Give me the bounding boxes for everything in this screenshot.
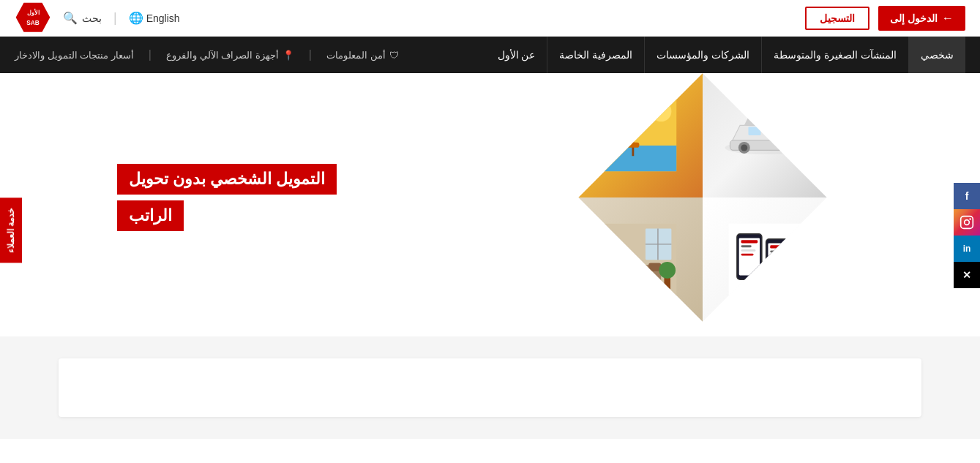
login-arrow-icon: ← xyxy=(942,12,954,25)
svg-rect-27 xyxy=(770,255,782,257)
nav-item-private[interactable]: المصرفية الخاصة xyxy=(547,37,644,73)
facebook-icon: f xyxy=(965,190,969,202)
svg-rect-34 xyxy=(648,263,661,271)
top-bar-utilities: English 🌐 | بحث 🔍 الأول SAB xyxy=(15,0,180,37)
svg-rect-25 xyxy=(770,245,785,248)
svg-marker-0 xyxy=(16,2,51,31)
collage-car xyxy=(703,73,827,197)
collage-room xyxy=(578,197,703,322)
svg-rect-18 xyxy=(738,238,759,275)
nav-secondary: 🛡 أمن المعلومات | 📍 أجهزة الصراف الآلي و… xyxy=(15,48,399,61)
hero-section: التمويل الشخصي بدون تحويل الراتب xyxy=(0,73,980,322)
search-icon: 🔍 xyxy=(63,11,78,25)
svg-rect-37 xyxy=(961,217,973,229)
svg-rect-24 xyxy=(768,243,787,276)
language-label: English xyxy=(146,12,180,24)
separator: | xyxy=(113,10,117,26)
side-customer-service-button[interactable]: خدمة العملاء xyxy=(0,197,22,263)
login-button[interactable]: ← الدخول إلى xyxy=(878,6,965,31)
nav-divider-1: | xyxy=(309,48,312,61)
hero-image xyxy=(512,95,893,300)
svg-point-8 xyxy=(782,144,789,151)
svg-rect-33 xyxy=(609,263,621,271)
login-label: الدخول إلى xyxy=(890,12,938,24)
hero-title-line2: الراتب xyxy=(117,200,184,231)
nav-info-security[interactable]: 🛡 أمن المعلومات xyxy=(326,50,399,61)
svg-rect-10 xyxy=(768,127,781,135)
shield-icon: 🛡 xyxy=(389,50,399,61)
diamond-collage xyxy=(512,95,893,300)
nav-rates[interactable]: أسعار منتجات التمويل والادخار xyxy=(15,50,134,61)
car-svg xyxy=(723,112,807,159)
nav-item-corporate[interactable]: الشركات والمؤسسات xyxy=(644,37,761,73)
svg-point-13 xyxy=(651,101,671,121)
svg-rect-22 xyxy=(741,254,753,256)
nav-item-sme[interactable]: المنشآت الصغيرة والمتوسطة xyxy=(761,37,908,73)
twitter-x-icon: ✕ xyxy=(962,269,971,281)
instagram-icon xyxy=(960,215,974,230)
svg-rect-9 xyxy=(748,127,760,135)
svg-point-39 xyxy=(969,218,971,220)
social-bar: f in ✕ xyxy=(954,183,980,288)
search-button[interactable]: بحث 🔍 xyxy=(63,11,102,25)
svg-rect-21 xyxy=(741,249,755,252)
svg-rect-26 xyxy=(770,250,779,252)
top-bar: ← الدخول إلى التسجيل English 🌐 | بحث 🔍 ا… xyxy=(0,0,980,37)
top-bar-actions: ← الدخول إلى التسجيل xyxy=(805,6,965,31)
nav-item-about[interactable]: عن الأول xyxy=(486,37,547,73)
collage-phone xyxy=(703,197,827,322)
bottom-section xyxy=(0,336,980,439)
linkedin-button[interactable]: in xyxy=(954,236,980,262)
hero-text: التمويل الشخصي بدون تحويل الراتب xyxy=(117,164,337,231)
nav-atm[interactable]: 📍 أجهزة الصراف الآلي والفروع xyxy=(166,50,294,61)
main-nav: شخصي المنشآت الصغيرة والمتوسطة الشركات و… xyxy=(0,37,980,73)
bottom-card xyxy=(59,358,921,417)
svg-rect-19 xyxy=(741,240,758,243)
facebook-button[interactable]: f xyxy=(954,183,980,209)
nav-primary: شخصي المنشآت الصغيرة والمتوسطة الشركات و… xyxy=(486,37,965,73)
svg-point-38 xyxy=(965,220,970,225)
language-selector[interactable]: English 🌐 xyxy=(129,11,180,25)
hero-content: التمويل الشخصي بدون تحويل الراتب xyxy=(88,95,893,300)
svg-rect-20 xyxy=(741,245,751,247)
svg-rect-12 xyxy=(604,146,676,172)
logo[interactable]: الأول SAB xyxy=(15,0,51,37)
globe-icon: 🌐 xyxy=(129,11,143,25)
collage-beach xyxy=(578,73,703,197)
nav-item-personal[interactable]: شخصي xyxy=(908,37,965,73)
logo-svg: الأول SAB xyxy=(15,0,51,37)
svg-rect-15 xyxy=(616,143,639,148)
nav-divider-2: | xyxy=(149,48,152,61)
twitter-x-button[interactable]: ✕ xyxy=(954,262,980,288)
phone-svg xyxy=(728,224,801,296)
hero-title-line1: التمويل الشخصي بدون تحويل xyxy=(117,164,337,195)
side-button-label: خدمة العملاء xyxy=(6,208,16,252)
location-icon: 📍 xyxy=(283,50,294,61)
diamond-shape xyxy=(578,73,826,321)
beach-svg xyxy=(604,99,676,171)
diamond-inner xyxy=(578,73,826,321)
svg-text:SAB: SAB xyxy=(26,18,40,26)
search-label: بحث xyxy=(82,12,102,24)
svg-text:الأول: الأول xyxy=(27,8,40,16)
instagram-button[interactable] xyxy=(954,209,980,236)
register-button[interactable]: التسجيل xyxy=(805,7,869,30)
room-svg xyxy=(604,224,676,296)
linkedin-icon: in xyxy=(963,244,971,254)
